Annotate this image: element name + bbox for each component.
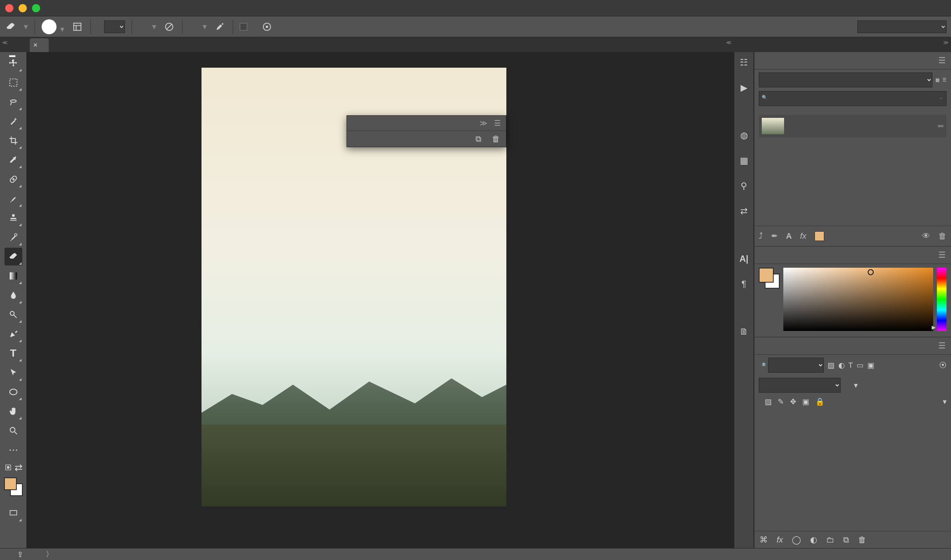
filter-pixel-icon[interactable]: ▧ [828,361,835,369]
lock-trans-icon[interactable]: ▨ [765,397,772,406]
color-field[interactable] [783,268,933,331]
link-layers-icon[interactable]: ⌘ [760,535,768,545]
status-chevron-icon[interactable]: 〉 [46,549,53,559]
canvas-area[interactable]: ≫ ☰ ⧉ 🗑 [27,52,734,548]
collapse-right-icon[interactable]: ≫ [943,39,949,45]
blend-mode-select[interactable] [759,378,840,393]
brush-panel-toggle[interactable] [71,20,84,33]
list-view-icon[interactable]: ☰ [942,77,946,83]
gradient-tool[interactable] [5,267,22,285]
svg-point-10 [10,389,17,395]
lock-pos-icon[interactable]: ✥ [790,397,796,406]
crop-tool[interactable] [5,132,22,149]
notes-icon[interactable]: 🗎 [739,326,748,337]
zoom-tool[interactable] [5,422,22,440]
swap-colors-icon[interactable]: ⇄ [14,463,23,471]
window-minimize[interactable] [18,4,27,12]
panel-menu-icon[interactable]: ☰ [939,250,946,260]
fg-bg-swatch[interactable] [4,477,23,496]
document-tab[interactable]: × [30,38,49,52]
erase-history-checkbox[interactable] [240,23,247,31]
history-icon[interactable]: ☷ [740,57,748,68]
collapse-left-icon[interactable]: ≪ [2,39,8,45]
play-icon[interactable]: ▶ [740,83,747,93]
grid-icon[interactable]: ▦ [740,155,748,166]
trash-icon[interactable]: 🗑 [939,231,946,241]
window-zoom[interactable] [32,4,40,12]
delete-layer-icon[interactable]: 🗑 [858,535,866,545]
stamp-tool[interactable] [5,209,22,227]
new-swatch-icon[interactable]: ⧉ [476,134,482,144]
collapse-dock-icon[interactable]: ≪ [726,39,732,45]
marquee-tool[interactable] [5,74,22,91]
para-icon[interactable]: ¶ [742,279,746,289]
filter-shape-icon[interactable]: ▭ [857,361,863,369]
lock-artboard-icon[interactable]: ▣ [802,397,809,406]
mask-icon[interactable]: ◯ [792,535,801,545]
layer-filter-kind[interactable] [768,358,824,372]
quick-mask-icon[interactable] [4,463,12,471]
dodge-tool[interactable] [5,306,22,323]
lasso-tool[interactable] [5,93,22,111]
adjust-icon[interactable]: ⇄ [740,206,748,216]
filter-toggle[interactable]: ⦿ [939,361,946,369]
lock-pixels-icon[interactable]: ✎ [778,397,784,406]
close-tab-icon[interactable]: × [34,41,37,49]
edit-toolbar[interactable]: ⋯ [5,441,22,459]
path-select-tool[interactable] [5,364,22,382]
char-style-icon[interactable]: A [786,231,792,241]
mode-select[interactable] [104,20,125,33]
search-adobe-stock[interactable] [759,91,946,106]
brush-tool[interactable] [5,190,22,208]
filter-type-icon[interactable]: T [848,361,853,369]
color-swatch-icon[interactable] [814,231,824,241]
delete-swatch-icon[interactable]: 🗑 [492,134,500,144]
lock-all-icon[interactable]: 🔒 [815,397,825,406]
workspace-select[interactable] [857,20,946,33]
fx-icon[interactable]: fx [800,231,806,241]
pen-tool[interactable] [5,325,22,343]
upload-icon[interactable]: ⤴ [759,231,763,241]
library-select[interactable] [759,72,933,88]
history-brush-tool[interactable] [5,228,22,246]
window-close[interactable] [5,4,13,12]
eraser-tool[interactable] [5,248,22,266]
adjustment-layer-icon[interactable]: ◐ [810,535,817,545]
svg-point-4 [266,25,268,28]
library-asset[interactable] [759,115,946,137]
shape-tool[interactable] [5,383,22,401]
group-icon[interactable]: 🗀 [826,535,834,545]
magic-wand-tool[interactable] [5,112,22,130]
panel-menu-icon[interactable]: ☰ [939,56,946,65]
screen-mode-icon[interactable] [5,504,22,522]
panel-menu-icon[interactable]: ☰ [494,118,501,128]
eyedropper-tool[interactable] [5,151,22,169]
properties-icon[interactable]: ⚲ [740,181,747,191]
color-fg-bg[interactable] [759,268,780,289]
fx-icon[interactable]: fx [777,535,783,545]
blur-tool[interactable] [5,286,22,304]
filter-smart-icon[interactable]: ▣ [867,361,874,369]
size-pressure-icon[interactable] [261,20,273,33]
airbrush-icon[interactable] [213,20,226,33]
panel-menu-icon[interactable]: ☰ [939,341,946,351]
eraser-tool-icon[interactable] [5,20,17,33]
type-tool[interactable]: T [5,344,22,362]
char-icon[interactable]: A| [739,254,748,264]
swatches-panel[interactable]: ≫ ☰ ⧉ 🗑 [346,115,506,147]
chevron-down-icon[interactable]: ⌄ [939,95,943,100]
cloud-icon[interactable]: 👁 [922,231,930,241]
expand-icon[interactable]: ≫ [480,118,488,128]
hand-tool[interactable] [5,402,22,420]
share-icon[interactable]: ⇪ [17,550,23,559]
healing-tool[interactable] [5,170,22,188]
brush-preview[interactable]: ▾ [42,19,64,34]
3d-icon[interactable]: ◍ [740,130,748,140]
search-icon: 🔍 [762,95,767,100]
grid-view-icon[interactable]: ▦ [936,77,939,83]
filter-adjust-icon[interactable]: ◐ [839,361,845,369]
brush-add-icon[interactable]: ✒ [771,231,778,241]
new-layer-icon[interactable]: ⧉ [843,535,849,545]
hue-slider[interactable] [937,268,946,331]
opacity-pressure-icon[interactable] [163,20,175,33]
